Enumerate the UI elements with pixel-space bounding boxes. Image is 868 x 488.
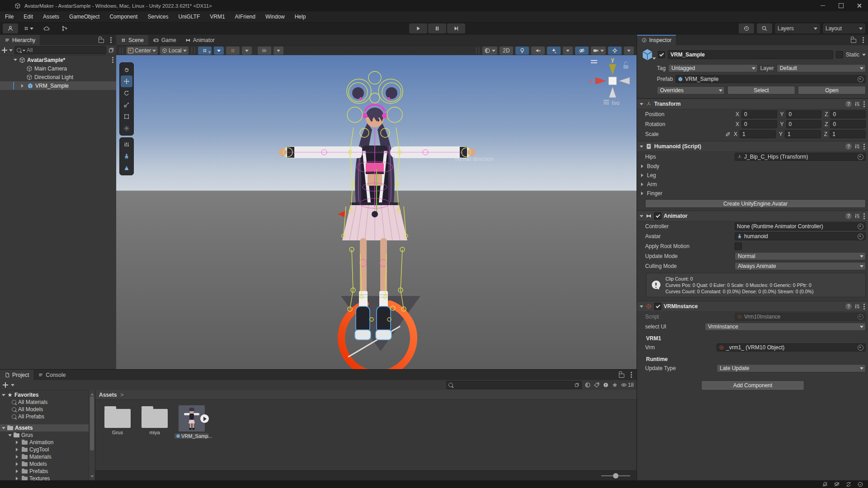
grid-visibility-dropdown[interactable] xyxy=(242,47,252,55)
grid-visibility-button[interactable] xyxy=(226,47,240,55)
handle-rotation-dropdown[interactable]: Local xyxy=(160,47,189,55)
version-control-button[interactable] xyxy=(57,23,72,33)
maximize-button[interactable] xyxy=(832,0,850,11)
lock-icon[interactable] xyxy=(99,39,104,43)
foldout-finger[interactable]: Finger xyxy=(637,189,868,198)
tree-scrollbar[interactable] xyxy=(89,390,95,481)
favorites-star-button[interactable] xyxy=(612,382,618,388)
menu-assets[interactable]: Assets xyxy=(38,12,64,22)
grid-snap-dropdown[interactable] xyxy=(214,47,224,55)
kebab-menu-icon[interactable] xyxy=(863,103,865,105)
kebab-menu-icon[interactable] xyxy=(863,216,865,217)
rotation-z-field[interactable]: 0 xyxy=(830,120,866,128)
account-button[interactable] xyxy=(3,23,18,33)
kebab-menu-icon[interactable] xyxy=(863,146,865,147)
snap-increment-dropdown[interactable] xyxy=(274,47,283,55)
update-mode-dropdown[interactable]: Normal xyxy=(735,252,866,260)
scroll-thumb[interactable] xyxy=(90,396,94,450)
move-tool-button[interactable] xyxy=(121,75,132,87)
foldout-open-icon[interactable] xyxy=(640,305,643,310)
scale-x-field[interactable]: 1 xyxy=(740,130,776,138)
rect-tool-button[interactable] xyxy=(121,111,132,122)
tree-cygtool-row[interactable]: CygTool xyxy=(0,446,89,453)
menu-services[interactable]: Services xyxy=(142,12,173,22)
apply-root-motion-checkbox[interactable] xyxy=(735,243,742,250)
hierarchy-item-directional-light[interactable]: Directional Light xyxy=(0,73,116,81)
foldout-open-icon[interactable] xyxy=(640,215,643,219)
cloud-button[interactable] xyxy=(39,23,54,33)
scene-row[interactable]: AvatarSample* xyxy=(0,56,116,64)
drag-handle[interactable] xyxy=(120,47,123,54)
open-button[interactable]: Open xyxy=(798,86,866,94)
step-button[interactable] xyxy=(447,23,465,33)
search-by-label-button[interactable] xyxy=(594,382,600,388)
menu-unigltf[interactable]: UniGLTF xyxy=(173,12,205,22)
gizmos-dropdown[interactable] xyxy=(624,47,634,55)
tab-inspector[interactable]: Inspector xyxy=(637,35,676,45)
scene-picker-icon[interactable] xyxy=(108,47,114,53)
pause-button[interactable] xyxy=(428,23,446,33)
controller-object-field[interactable]: None (Runtime Animator Controller) xyxy=(735,222,866,230)
scale-z-field[interactable]: 1 xyxy=(830,130,866,138)
help-icon[interactable]: ? xyxy=(845,303,852,310)
enabled-checkbox[interactable] xyxy=(654,303,661,310)
layout-dropdown[interactable]: Layout xyxy=(823,23,865,33)
scale-tool-button[interactable] xyxy=(121,99,132,111)
scroll-down-icon[interactable] xyxy=(90,475,94,479)
tag-dropdown[interactable]: Untagged xyxy=(668,64,757,72)
hierarchy-item-vrm-sample[interactable]: VRM_Sample xyxy=(0,81,116,90)
menu-vrm1[interactable]: VRM1 xyxy=(205,12,230,22)
help-icon[interactable]: ? xyxy=(845,143,852,150)
tree-animation-row[interactable]: Animation xyxy=(0,439,89,446)
close-button[interactable] xyxy=(850,0,868,11)
tree-materials-row[interactable]: Materials xyxy=(0,453,89,460)
chevron-down-icon[interactable] xyxy=(11,384,14,388)
slider-thumb[interactable] xyxy=(613,473,618,479)
tab-scene[interactable]: Scene xyxy=(116,35,148,45)
2d-toggle[interactable]: 2D xyxy=(500,47,513,55)
effects-toggle[interactable] xyxy=(547,47,561,55)
menu-window[interactable]: Window xyxy=(260,12,290,22)
favorite-all-models[interactable]: All Models xyxy=(0,406,89,413)
kebab-menu-icon[interactable] xyxy=(112,59,113,61)
object-picker-icon[interactable] xyxy=(858,234,863,239)
object-picker-icon[interactable] xyxy=(858,345,863,351)
kebab-menu-icon[interactable] xyxy=(863,306,865,307)
rotation-x-field[interactable]: 0 xyxy=(741,120,777,128)
scroll-up-icon[interactable] xyxy=(90,391,94,395)
camera-settings-button[interactable] xyxy=(591,47,606,55)
tree-grus-row[interactable]: Grus xyxy=(0,432,89,439)
asset-tile-miya[interactable]: miya xyxy=(140,405,170,439)
asset-tile-grus[interactable]: Grus xyxy=(103,405,132,439)
object-picker-icon[interactable] xyxy=(858,76,863,82)
status-ok-icon[interactable] xyxy=(857,481,863,488)
drag-handle[interactable] xyxy=(476,47,479,54)
object-picker-icon[interactable] xyxy=(858,224,863,230)
avatar-tool-button[interactable] xyxy=(121,150,132,162)
rotation-y-field[interactable]: 0 xyxy=(786,120,822,128)
overrides-dropdown[interactable]: Overrides xyxy=(657,86,725,94)
foldout-closed-icon[interactable] xyxy=(21,84,25,88)
thumbnail-zoom-slider[interactable] xyxy=(601,475,630,476)
tree-prefabs-row[interactable]: Prefabs xyxy=(0,468,89,475)
foldout-body[interactable]: Body xyxy=(637,162,868,171)
tab-console[interactable]: Console xyxy=(33,370,70,380)
tab-hierarchy[interactable]: Hierarchy xyxy=(0,35,40,45)
services-dropdown[interactable] xyxy=(21,23,36,33)
active-checkbox[interactable] xyxy=(658,51,665,58)
position-z-field[interactable]: 0 xyxy=(830,110,866,118)
presets-icon[interactable] xyxy=(854,101,860,107)
prefab-object-field[interactable]: VRM_Sample xyxy=(675,75,866,83)
presets-icon[interactable] xyxy=(854,143,860,150)
layers-dropdown[interactable]: Layers xyxy=(775,23,820,33)
foldout-arm[interactable]: Arm xyxy=(637,180,868,189)
transform-tool-button[interactable] xyxy=(121,122,132,134)
lock-icon[interactable] xyxy=(619,374,624,378)
kebab-menu-icon[interactable] xyxy=(110,39,112,41)
gizmos-toggle[interactable] xyxy=(608,47,622,55)
scene-viewport[interactable]: nd nail direction y x Iso xyxy=(116,55,637,369)
tab-project[interactable]: Project xyxy=(0,370,33,380)
scale-y-field[interactable]: 1 xyxy=(785,130,821,138)
hidden-count-badge[interactable]: 18 xyxy=(621,382,634,388)
static-dropdown-icon[interactable] xyxy=(862,54,866,58)
